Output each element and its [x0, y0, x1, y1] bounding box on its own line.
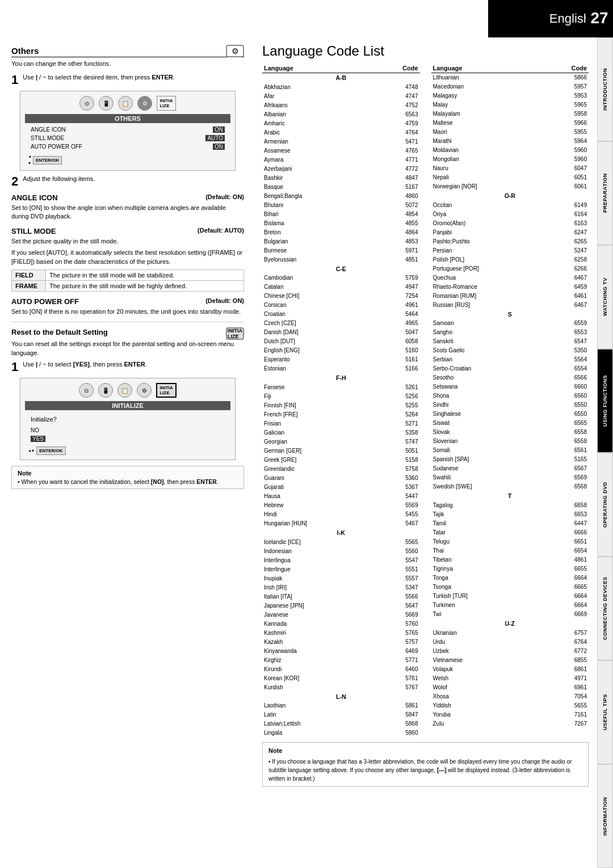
lang-row: Lingala5860: [262, 728, 420, 738]
section-ln-header: L-N: [262, 692, 420, 702]
lang-code: 6554: [545, 364, 589, 373]
lang-row: Tamil6447: [431, 519, 589, 528]
lang-row: Tatar6666: [431, 528, 589, 537]
lang-row: Burmese5971: [262, 246, 420, 255]
lang-name: Sudanese: [431, 464, 545, 473]
lang-code: 5547: [374, 556, 419, 565]
lang-code: 5447: [374, 492, 419, 501]
lang-name: Byelorussian: [262, 255, 374, 264]
section-ik-header: I-K: [262, 528, 420, 538]
lang-row: Telugu6651: [431, 537, 589, 546]
lang-name: Panjabi: [431, 228, 545, 237]
lang-code: 5160: [374, 346, 419, 355]
lang-name: Rhaeto-Romance: [431, 283, 545, 292]
page-number: 27: [586, 5, 613, 32]
lang-code: 5256: [374, 392, 419, 401]
lang-code: 5866: [545, 73, 589, 83]
sidebar-tab-information[interactable]: INFORMATION: [597, 764, 613, 868]
sidebar-tab-connecting[interactable]: CONNECTING DEVICES: [597, 557, 613, 660]
lang-row: Czech [CZE]4965: [262, 319, 420, 328]
lang-name: Chinese [CHI]: [262, 292, 374, 301]
frame-desc: The picture in the still mode will be hi…: [46, 280, 244, 291]
lang-code: 6460: [374, 665, 419, 674]
lang-name: Armenian: [262, 137, 374, 146]
enter-button[interactable]: ENTER/OK: [33, 156, 62, 165]
sidebar-tab-introduction[interactable]: INTRODUCTION: [597, 37, 613, 141]
lang-name: Guarani: [262, 474, 374, 483]
lang-code: 4861: [545, 555, 589, 564]
lang-code: 6550: [545, 410, 589, 419]
lang-row: Tajik6653: [431, 510, 589, 519]
lang-name: Romanian [RUM]: [431, 292, 545, 301]
lang-name: Fiji: [262, 392, 374, 401]
lang-name: Bislama: [262, 219, 374, 228]
lang-row: Maltese5966: [431, 119, 589, 128]
step-2-text: Adjust the following items.: [23, 175, 244, 182]
lang-code: 5350: [545, 346, 589, 355]
section-s-label: S: [431, 310, 589, 319]
lang-code: 6164: [545, 210, 589, 219]
lang-row: Russian [RUS]6467: [431, 301, 589, 310]
lang-name: Macedonian: [431, 82, 545, 91]
lang-row: Abkhazian4748: [262, 83, 420, 92]
lang-code: 5958: [545, 109, 589, 119]
dvd-menu-title: OTHERS: [25, 114, 230, 123]
lang-row: Bislama4855: [262, 219, 420, 228]
lang-row: Dutch [DUT]6058: [262, 337, 420, 346]
lang-row: Ukrainian6757: [431, 629, 589, 638]
sidebar-tab-useful-tips[interactable]: USEFUL TIPS: [597, 660, 613, 764]
frame-label: FRAME: [12, 280, 46, 291]
left-section: ⚙ Others You can change the other functi…: [0, 37, 255, 498]
lang-row: Hungarian [HUN]5467: [262, 519, 420, 528]
lang-row: Icelandic [ICE]5565: [262, 538, 420, 547]
lang-code: 4772: [374, 165, 419, 174]
step-2-number: 2: [11, 175, 18, 188]
lang-name: Volapuk: [431, 665, 545, 674]
lang-code: 4971: [545, 674, 589, 683]
sidebar-tab-watching-tv[interactable]: WATCHING TV: [597, 245, 613, 349]
lang-table-wrapper: Language Code A-B Abkhazian4748 Afar4747…: [262, 64, 589, 738]
lang-col-left: Language Code A-B Abkhazian4748 Afar4747…: [262, 64, 420, 738]
init-enter-button[interactable]: ENTER/OK: [36, 446, 65, 455]
lang-code: 4855: [374, 219, 419, 228]
sidebar-tab-using-functions[interactable]: USING FUNCTIONS: [597, 349, 613, 453]
lang-name: Xhosa: [431, 692, 545, 701]
lang-name: Frisian: [262, 419, 374, 428]
lang-row: Uzbek6772: [431, 647, 589, 656]
lang-row: Oromo(Afan)6163: [431, 219, 589, 228]
lang-code: 5264: [374, 410, 419, 419]
lang-name: Zulu: [431, 719, 545, 728]
right-section: Language Code List Language Code A-B Abk…: [257, 37, 597, 793]
sidebar-tab-preparation[interactable]: PREPARATION: [597, 141, 613, 245]
section-or-label: O-R: [431, 191, 589, 201]
lang-name: Amharic: [262, 119, 374, 128]
init-dvd-icon-row: ⊙ 📱 📋 ⚙ INITIALIZE: [25, 383, 230, 398]
lang-row: Yiddish5655: [431, 701, 589, 710]
lang-row: Nauru6047: [431, 164, 589, 173]
lang-code: 5467: [374, 519, 419, 528]
note-box: Note • When you want to cancel the initi…: [11, 466, 244, 489]
step-1b-text: Use | / ~ to select [YES], then press EN…: [23, 361, 244, 368]
init-question: Initialize?: [25, 412, 230, 426]
settings-icon: ⚙: [226, 45, 244, 57]
lang-code: 4864: [374, 228, 419, 237]
lang-name: Sindhi: [431, 401, 545, 410]
lang-row: Japanese [JPN]5647: [262, 601, 420, 610]
lang-code: 6558: [545, 437, 589, 446]
lang-row: Interlingue5551: [262, 565, 420, 574]
lang-row: Vietnamese6855: [431, 656, 589, 665]
lang-row: Fiji5256: [262, 392, 420, 401]
dvd-icon-4: ⚙: [137, 96, 152, 111]
lang-row: Malay5965: [431, 100, 589, 109]
lang-row: Polish [POL]6258: [431, 255, 589, 264]
frame-row: FRAME The picture in the still mode will…: [12, 280, 244, 291]
lang-code: 6247: [545, 228, 589, 237]
lang-name: Abkhazian: [262, 83, 374, 92]
lang-name: Wolof: [431, 683, 545, 692]
lang-code: 5860: [374, 728, 419, 738]
lang-code: 7161: [545, 710, 589, 719]
lang-name: German [GER]: [262, 446, 374, 456]
sidebar-tab-operating-dvd[interactable]: OPERATING DVD: [597, 453, 613, 557]
lang-row: Welsh4971: [431, 674, 589, 683]
dvd-row-label-power: AUTO POWER OFF: [31, 144, 82, 150]
